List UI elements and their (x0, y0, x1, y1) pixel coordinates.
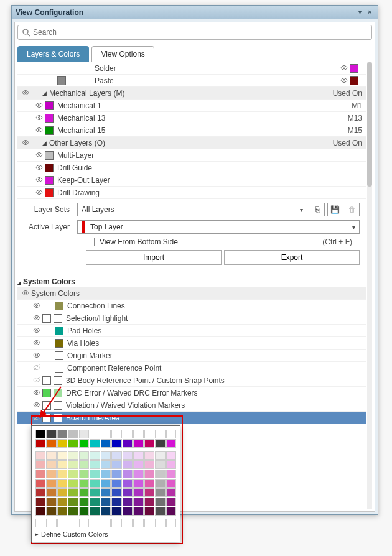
color-cell[interactable] (79, 451, 89, 460)
visibility-icon[interactable] (34, 164, 45, 172)
color-cell[interactable] (123, 451, 133, 460)
color-cell[interactable] (123, 519, 133, 527)
color-cell[interactable] (133, 479, 143, 488)
color-cell[interactable] (133, 451, 143, 460)
color-cell[interactable] (155, 507, 165, 516)
visibility-icon[interactable] (31, 414, 42, 422)
color-cell[interactable] (101, 519, 111, 527)
caret-down-icon[interactable]: ◢ (42, 90, 47, 96)
color-cell[interactable] (111, 498, 121, 506)
color-cell[interactable] (35, 470, 45, 478)
color-cell[interactable] (101, 430, 111, 438)
color-swatch[interactable] (54, 401, 62, 410)
color-cell[interactable] (101, 460, 111, 469)
layer-sets-action-icon[interactable]: ⎘ (310, 203, 325, 216)
color-cell[interactable] (35, 488, 45, 497)
delete-icon[interactable]: 🗑 (345, 203, 360, 216)
color-cell[interactable] (123, 470, 133, 478)
color-cell[interactable] (90, 460, 100, 469)
color-cell[interactable] (79, 439, 89, 448)
color-cell[interactable] (133, 519, 143, 527)
color-cell[interactable] (46, 470, 56, 478)
color-swatch[interactable] (55, 339, 63, 348)
color-cell[interactable] (101, 470, 111, 478)
color-cell[interactable] (155, 479, 165, 488)
search-box[interactable] (17, 25, 372, 40)
visibility-icon[interactable] (20, 89, 31, 98)
system-colors-header[interactable]: System Colors (17, 287, 366, 300)
color-cell[interactable] (35, 460, 45, 469)
color-cell[interactable] (123, 479, 133, 488)
color-cell[interactable] (90, 519, 100, 527)
color-cell[interactable] (57, 460, 67, 469)
color-cell[interactable] (111, 430, 121, 438)
color-cell[interactable] (46, 498, 56, 506)
visibility-icon[interactable] (31, 376, 42, 385)
color-swatch[interactable] (42, 401, 51, 410)
color-cell[interactable] (166, 460, 176, 469)
color-cell[interactable] (57, 488, 67, 497)
color-cell[interactable] (57, 439, 67, 448)
color-cell[interactable] (90, 439, 100, 448)
export-button[interactable]: Export (224, 250, 360, 265)
color-cell[interactable] (111, 470, 121, 478)
color-cell[interactable] (144, 519, 154, 527)
color-cell[interactable] (46, 507, 56, 516)
system-color-row[interactable]: Via Holes (17, 337, 366, 350)
color-cell[interactable] (35, 519, 45, 527)
color-cell[interactable] (166, 507, 176, 516)
color-cell[interactable] (101, 507, 111, 516)
color-cell[interactable] (46, 488, 56, 497)
color-cell[interactable] (68, 470, 78, 478)
scrollbar-track[interactable] (367, 62, 372, 509)
visibility-icon[interactable] (31, 302, 42, 310)
layer-row[interactable]: Drill Drawing (17, 187, 366, 199)
visibility-icon[interactable] (338, 76, 350, 85)
search-input[interactable] (33, 28, 368, 37)
color-cell[interactable] (79, 488, 89, 497)
color-cell[interactable] (155, 470, 165, 478)
color-swatch[interactable] (45, 164, 54, 172)
color-cell[interactable] (144, 439, 154, 448)
color-cell[interactable] (133, 470, 143, 478)
visibility-icon[interactable] (31, 327, 42, 335)
color-cell[interactable] (123, 507, 133, 516)
color-cell[interactable] (123, 460, 133, 469)
color-cell[interactable] (155, 460, 165, 469)
visibility-icon[interactable] (34, 176, 45, 185)
color-swatch[interactable] (42, 314, 51, 323)
layer-row[interactable]: Solder (17, 62, 366, 75)
color-cell[interactable] (166, 430, 176, 438)
color-swatch[interactable] (55, 364, 63, 373)
color-cell[interactable] (90, 479, 100, 488)
color-cell[interactable] (46, 460, 56, 469)
color-cell[interactable] (79, 470, 89, 478)
color-cell[interactable] (155, 430, 165, 438)
color-cell[interactable] (79, 519, 89, 527)
system-color-row[interactable]: Origin Marker (17, 350, 366, 362)
save-icon[interactable]: 💾 (327, 203, 342, 216)
layer-row[interactable]: Mechanical 15 M15 (17, 124, 366, 137)
color-cell[interactable] (144, 451, 154, 460)
system-color-row[interactable]: Connection Lines (17, 300, 366, 312)
active-layer-select[interactable]: Top Layer (77, 220, 360, 234)
color-cell[interactable] (79, 498, 89, 506)
view-from-bottom-checkbox[interactable] (86, 238, 95, 246)
color-cell[interactable] (111, 451, 121, 460)
color-cell[interactable] (111, 460, 121, 469)
color-cell[interactable] (133, 498, 143, 506)
import-button[interactable]: Import (86, 250, 222, 265)
color-swatch[interactable] (55, 302, 63, 310)
color-cell[interactable] (57, 519, 67, 527)
color-cell[interactable] (35, 430, 45, 438)
color-cell[interactable] (166, 439, 176, 448)
color-swatch[interactable] (45, 188, 54, 197)
color-cell[interactable] (79, 507, 89, 516)
titlebar[interactable]: View Configuration ▾ ✕ (12, 6, 378, 19)
color-cell[interactable] (144, 479, 154, 488)
system-colors-section-title[interactable]: System Colors (17, 276, 366, 287)
define-custom-colors[interactable]: Define Custom Colors (35, 528, 176, 538)
color-swatch[interactable] (45, 114, 54, 123)
color-cell[interactable] (35, 498, 45, 506)
color-cell[interactable] (46, 439, 56, 448)
